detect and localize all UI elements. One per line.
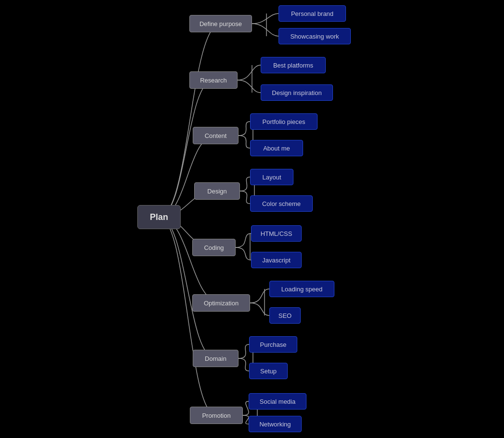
leaf-design-inspiration[interactable]: Design inspiration	[261, 84, 333, 101]
branch-research[interactable]: Research	[189, 71, 238, 89]
branch-content[interactable]: Content	[193, 127, 239, 144]
branch-promotion[interactable]: Promotion	[190, 407, 243, 424]
branch-design[interactable]: Design	[194, 182, 240, 200]
branch-define-purpose[interactable]: Define purpose	[189, 15, 252, 32]
leaf-html-css[interactable]: HTML/CSS	[251, 225, 302, 242]
branch-coding[interactable]: Coding	[192, 239, 236, 256]
center-node: Plan	[137, 205, 181, 229]
leaf-social-media[interactable]: Social media	[249, 393, 306, 410]
branch-optimization[interactable]: Optimization	[192, 294, 250, 312]
leaf-setup[interactable]: Setup	[249, 363, 288, 379]
leaf-portfolio-pieces[interactable]: Portfolio pieces	[250, 113, 318, 130]
leaf-color-scheme[interactable]: Color scheme	[250, 195, 313, 212]
leaf-networking[interactable]: Networking	[249, 416, 302, 432]
branch-domain[interactable]: Domain	[193, 350, 239, 367]
leaf-about-me[interactable]: About me	[250, 140, 303, 156]
leaf-best-platforms[interactable]: Best platforms	[261, 57, 326, 73]
leaf-seo[interactable]: SEO	[269, 307, 301, 324]
leaf-showcasing-work[interactable]: Showcasing work	[279, 28, 351, 44]
leaf-loading-speed[interactable]: Loading speed	[269, 281, 334, 297]
leaf-javascript[interactable]: Javascript	[251, 252, 302, 268]
leaf-purchase[interactable]: Purchase	[249, 336, 297, 353]
leaf-personal-brand[interactable]: Personal brand	[279, 5, 346, 22]
leaf-layout[interactable]: Layout	[250, 169, 293, 185]
mindmap-container: PlanDefine purposePersonal brandShowcasi…	[0, 0, 504, 438]
